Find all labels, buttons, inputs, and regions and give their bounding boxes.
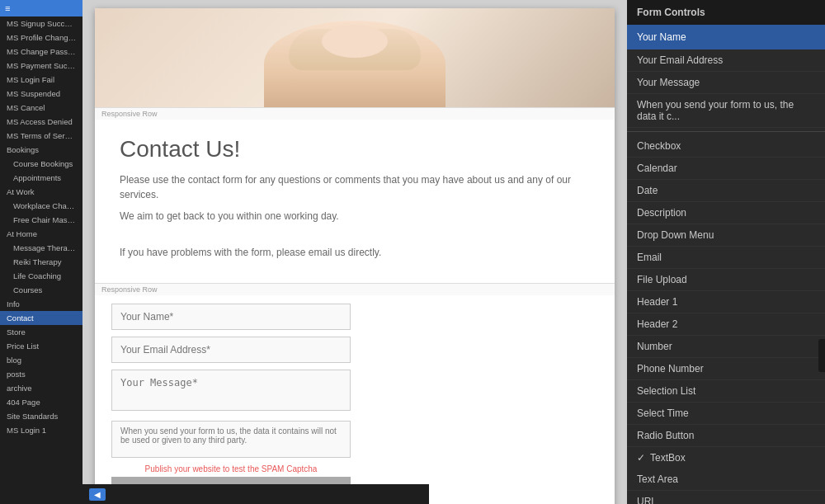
hero-image bbox=[95, 8, 615, 107]
consent-text: When you send your form to us, the data … bbox=[111, 421, 351, 458]
panel-list-item-number[interactable]: Number bbox=[627, 336, 825, 358]
sidebar: ≡ MS Signup SuccessMS Profile Change Suc… bbox=[0, 0, 82, 504]
sidebar-item-contact[interactable]: Contact bbox=[0, 311, 82, 325]
responsive-row-label-1: Responsive Row bbox=[95, 107, 615, 120]
sidebar-item-at-home[interactable]: At Home bbox=[0, 227, 82, 241]
sidebar-item-info[interactable]: Info bbox=[0, 297, 82, 311]
sidebar-item-ms-access-denied[interactable]: MS Access Denied bbox=[0, 115, 82, 129]
contact-title: Contact Us! bbox=[120, 136, 590, 163]
bottom-bar: ◀ bbox=[82, 484, 429, 504]
captcha-text: Publish your website to test the SPAM Ca… bbox=[111, 464, 351, 473]
sidebar-item-ms-login-1[interactable]: MS Login 1 bbox=[0, 423, 82, 437]
contact-section: Contact Us! Please use the contact form … bbox=[95, 120, 615, 283]
panel-list-item-textbox[interactable]: ✓TextBox bbox=[627, 447, 825, 469]
checkmark-icon: ✓ bbox=[637, 452, 645, 464]
sidebar-item-reiki-therapy[interactable]: Reiki Therapy bbox=[0, 255, 82, 269]
panel-list-item-select-time[interactable]: Select Time bbox=[627, 403, 825, 425]
panel-item-when-you-send-your-form-to-us,[interactable]: When you send your form to us, the data … bbox=[627, 94, 825, 128]
message-input[interactable] bbox=[111, 370, 351, 411]
message-field-container bbox=[111, 370, 598, 414]
panel-header: Form Controls bbox=[627, 0, 825, 25]
panel-highlighted-item[interactable]: Your Name bbox=[627, 25, 825, 49]
panel-item-your-message[interactable]: Your Message bbox=[627, 72, 825, 94]
sidebar-item-ms-cancel[interactable]: MS Cancel bbox=[0, 101, 82, 115]
contact-para2: We aim to get back to you within one wor… bbox=[120, 209, 590, 224]
right-panel: Form Controls Your Name Your Email Addre… bbox=[627, 0, 825, 504]
panel-list-item-url[interactable]: URL bbox=[627, 491, 825, 504]
sidebar-item-posts[interactable]: posts bbox=[0, 367, 82, 381]
sidebar-item-workplace-chair-massage[interactable]: Workplace Chair Massage bbox=[0, 199, 82, 213]
sidebar-item-at-work[interactable]: At Work bbox=[0, 185, 82, 199]
menu-icon: ≡ bbox=[5, 3, 10, 13]
contact-para1: Please use the contact form for any ques… bbox=[120, 172, 590, 202]
sidebar-item-archive[interactable]: archive bbox=[0, 381, 82, 395]
sidebar-item-ms-login-fail[interactable]: MS Login Fail bbox=[0, 73, 82, 87]
panel-list-item-checkbox[interactable]: Checkbox bbox=[627, 135, 825, 158]
back-arrow[interactable]: ◀ bbox=[89, 488, 106, 501]
panel-list-item-calendar[interactable]: Calendar bbox=[627, 158, 825, 180]
panel-list-item-description[interactable]: Description bbox=[627, 202, 825, 224]
sidebar-item-bookings[interactable]: Bookings bbox=[0, 143, 82, 157]
sidebar-item-price-list[interactable]: Price List bbox=[0, 339, 82, 353]
sidebar-item-ms-profile-change-success[interactable]: MS Profile Change Success bbox=[0, 31, 82, 45]
panel-list-item-text-area[interactable]: Text Area bbox=[627, 469, 825, 491]
sidebar-item-course-bookings[interactable]: Course Bookings bbox=[0, 157, 82, 171]
contact-para3: If you have problems with the form, plea… bbox=[120, 245, 590, 260]
panel-list-item-drop-down-menu[interactable]: Drop Down Menu bbox=[627, 224, 825, 247]
sidebar-item-message-therapies[interactable]: Message Therapies bbox=[0, 241, 82, 255]
form-section: When you send your form to us, the data … bbox=[95, 295, 615, 504]
panel-list-item-selection-list[interactable]: Selection List bbox=[627, 380, 825, 403]
sidebar-item-ms-payment-success[interactable]: MS Payment Success bbox=[0, 59, 82, 73]
canvas-area[interactable]: Responsive Row Contact Us! Please use th… bbox=[82, 0, 627, 504]
main-content: Responsive Row Contact Us! Please use th… bbox=[82, 0, 627, 504]
panel-list-item-date[interactable]: Date bbox=[627, 180, 825, 202]
email-input[interactable] bbox=[111, 337, 351, 363]
sidebar-item-ms-signup-success[interactable]: MS Signup Success bbox=[0, 16, 82, 31]
panel-list-item-header-2[interactable]: Header 2 bbox=[627, 313, 825, 336]
sidebar-item-free-chair-massage-trial[interactable]: Free Chair Massage Trial bbox=[0, 213, 82, 227]
sidebar-item-store[interactable]: Store bbox=[0, 325, 82, 339]
name-field-container bbox=[111, 304, 598, 330]
panel-list-item-email[interactable]: Email bbox=[627, 247, 825, 269]
responsive-row-label-2: Responsive Row bbox=[95, 283, 615, 295]
sidebar-item-life-coaching[interactable]: Life Coaching bbox=[0, 269, 82, 283]
panel-list-item-file-upload[interactable]: File Upload bbox=[627, 269, 825, 291]
sidebar-header: ≡ bbox=[0, 0, 82, 16]
sidebar-item-ms-terms-of-service[interactable]: MS Terms of Service bbox=[0, 129, 82, 143]
panel-list-item-phone-number[interactable]: Phone Number bbox=[627, 358, 825, 380]
panel-list-item-header-1[interactable]: Header 1 bbox=[627, 291, 825, 313]
sidebar-item-blog[interactable]: blog bbox=[0, 353, 82, 367]
panel-handle[interactable] bbox=[818, 339, 825, 372]
sidebar-item-site-standards[interactable]: Site Standards bbox=[0, 409, 82, 423]
sidebar-item-courses[interactable]: Courses bbox=[0, 283, 82, 297]
panel-divider bbox=[627, 131, 825, 132]
sidebar-item-404-page[interactable]: 404 Page bbox=[0, 395, 82, 409]
sidebar-item-appointments[interactable]: Appointments bbox=[0, 171, 82, 185]
sidebar-item-ms-suspended[interactable]: MS Suspended bbox=[0, 87, 82, 101]
email-field-container bbox=[111, 337, 598, 363]
sidebar-item-ms-change-password-success[interactable]: MS Change Password Success bbox=[0, 45, 82, 59]
name-input[interactable] bbox=[111, 304, 351, 330]
page-canvas: Responsive Row Contact Us! Please use th… bbox=[95, 8, 615, 504]
consent-field-container: When you send your form to us, the data … bbox=[111, 421, 598, 458]
panel-item-your-email-address[interactable]: Your Email Address bbox=[627, 49, 825, 72]
panel-list-item-radio-button[interactable]: Radio Button bbox=[627, 425, 825, 447]
